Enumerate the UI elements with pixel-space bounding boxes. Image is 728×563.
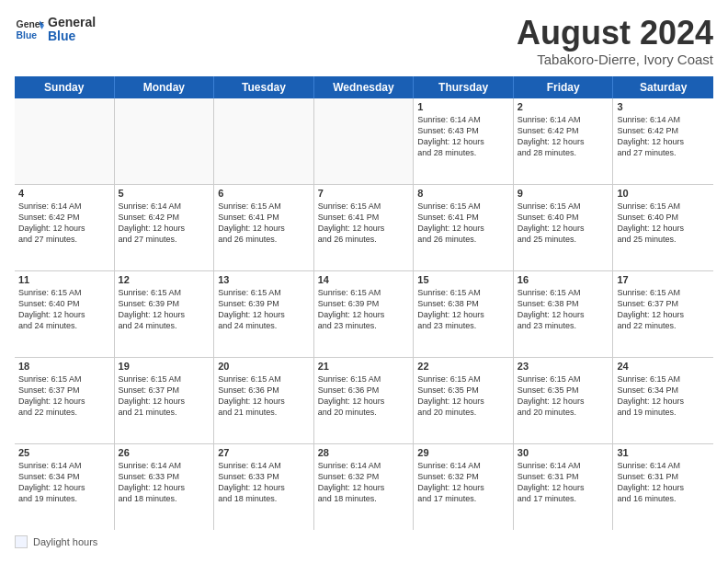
calendar-cell: 9Sunrise: 6:15 AM Sunset: 6:40 PM Daylig… bbox=[514, 185, 614, 270]
calendar-cell: 12Sunrise: 6:15 AM Sunset: 6:39 PM Dayli… bbox=[115, 271, 215, 357]
month-year: August 2024 bbox=[517, 15, 713, 52]
calendar-cell: 11Sunrise: 6:15 AM Sunset: 6:40 PM Dayli… bbox=[15, 271, 115, 357]
logo-general: General bbox=[48, 16, 96, 29]
calendar: Sunday Monday Tuesday Wednesday Thursday… bbox=[15, 76, 713, 530]
day-number: 8 bbox=[417, 188, 509, 199]
calendar-cell: 29Sunrise: 6:14 AM Sunset: 6:32 PM Dayli… bbox=[414, 444, 514, 530]
cell-content: Sunrise: 6:15 AM Sunset: 6:40 PM Dayligh… bbox=[617, 201, 710, 246]
calendar-row-0: 1Sunrise: 6:14 AM Sunset: 6:43 PM Daylig… bbox=[15, 98, 713, 185]
day-number: 28 bbox=[318, 447, 410, 458]
day-number: 11 bbox=[18, 274, 110, 285]
cell-content: Sunrise: 6:15 AM Sunset: 6:39 PM Dayligh… bbox=[119, 287, 210, 332]
cell-content: Sunrise: 6:14 AM Sunset: 6:34 PM Dayligh… bbox=[18, 460, 110, 505]
day-number: 24 bbox=[617, 361, 710, 372]
cell-content: Sunrise: 6:15 AM Sunset: 6:40 PM Dayligh… bbox=[518, 201, 609, 246]
calendar-cell bbox=[214, 98, 314, 184]
calendar-row-1: 4Sunrise: 6:14 AM Sunset: 6:42 PM Daylig… bbox=[15, 185, 713, 271]
calendar-cell: 16Sunrise: 6:15 AM Sunset: 6:38 PM Dayli… bbox=[514, 271, 614, 357]
day-number: 14 bbox=[318, 274, 410, 285]
cell-content: Sunrise: 6:15 AM Sunset: 6:41 PM Dayligh… bbox=[318, 201, 410, 246]
calendar-cell: 24Sunrise: 6:15 AM Sunset: 6:34 PM Dayli… bbox=[613, 358, 713, 443]
calendar-cell: 20Sunrise: 6:15 AM Sunset: 6:36 PM Dayli… bbox=[214, 358, 314, 443]
calendar-row-4: 25Sunrise: 6:14 AM Sunset: 6:34 PM Dayli… bbox=[15, 444, 713, 530]
header-saturday: Saturday bbox=[613, 76, 713, 98]
day-number: 21 bbox=[318, 361, 410, 372]
calendar-cell: 7Sunrise: 6:15 AM Sunset: 6:41 PM Daylig… bbox=[314, 185, 415, 270]
logo-icon: General Blue bbox=[15, 15, 44, 44]
cell-content: Sunrise: 6:15 AM Sunset: 6:36 PM Dayligh… bbox=[218, 373, 310, 419]
cell-content: Sunrise: 6:15 AM Sunset: 6:40 PM Dayligh… bbox=[18, 287, 110, 332]
cell-content: Sunrise: 6:14 AM Sunset: 6:42 PM Dayligh… bbox=[518, 114, 609, 159]
day-number: 29 bbox=[417, 447, 509, 458]
cell-content: Sunrise: 6:15 AM Sunset: 6:38 PM Dayligh… bbox=[518, 287, 609, 332]
cell-content: Sunrise: 6:15 AM Sunset: 6:38 PM Dayligh… bbox=[417, 287, 509, 332]
calendar-row-2: 11Sunrise: 6:15 AM Sunset: 6:40 PM Dayli… bbox=[15, 271, 713, 358]
day-number: 27 bbox=[218, 447, 310, 458]
calendar-cell bbox=[115, 98, 215, 184]
cell-content: Sunrise: 6:15 AM Sunset: 6:39 PM Dayligh… bbox=[218, 287, 310, 332]
cell-content: Sunrise: 6:14 AM Sunset: 6:32 PM Dayligh… bbox=[318, 460, 410, 505]
calendar-body: 1Sunrise: 6:14 AM Sunset: 6:43 PM Daylig… bbox=[15, 98, 713, 530]
calendar-cell: 27Sunrise: 6:14 AM Sunset: 6:33 PM Dayli… bbox=[214, 444, 314, 530]
day-number: 12 bbox=[119, 274, 210, 285]
day-number: 25 bbox=[18, 447, 110, 458]
calendar-cell: 26Sunrise: 6:14 AM Sunset: 6:33 PM Dayli… bbox=[115, 444, 215, 530]
day-number: 15 bbox=[417, 274, 509, 285]
footer: Daylight hours bbox=[15, 535, 713, 548]
calendar-cell: 2Sunrise: 6:14 AM Sunset: 6:42 PM Daylig… bbox=[514, 98, 614, 184]
calendar-cell: 3Sunrise: 6:14 AM Sunset: 6:42 PM Daylig… bbox=[613, 98, 713, 184]
cell-content: Sunrise: 6:15 AM Sunset: 6:37 PM Dayligh… bbox=[119, 373, 210, 419]
day-number: 9 bbox=[518, 188, 609, 199]
calendar-cell: 17Sunrise: 6:15 AM Sunset: 6:37 PM Dayli… bbox=[613, 271, 713, 357]
day-number: 6 bbox=[218, 188, 310, 199]
day-number: 23 bbox=[518, 361, 609, 372]
day-number: 7 bbox=[318, 188, 410, 199]
day-number: 1 bbox=[417, 101, 509, 112]
calendar-cell: 14Sunrise: 6:15 AM Sunset: 6:39 PM Dayli… bbox=[314, 271, 415, 357]
cell-content: Sunrise: 6:15 AM Sunset: 6:35 PM Dayligh… bbox=[417, 373, 509, 419]
cell-content: Sunrise: 6:15 AM Sunset: 6:37 PM Dayligh… bbox=[617, 287, 710, 332]
header-friday: Friday bbox=[514, 76, 614, 98]
header-tuesday: Tuesday bbox=[214, 76, 314, 98]
calendar-cell: 23Sunrise: 6:15 AM Sunset: 6:35 PM Dayli… bbox=[514, 358, 614, 443]
calendar-header: Sunday Monday Tuesday Wednesday Thursday… bbox=[15, 76, 713, 98]
calendar-cell: 1Sunrise: 6:14 AM Sunset: 6:43 PM Daylig… bbox=[414, 98, 514, 184]
cell-content: Sunrise: 6:14 AM Sunset: 6:33 PM Dayligh… bbox=[218, 460, 310, 505]
logo-blue: Blue bbox=[48, 29, 96, 43]
logo: General Blue General Blue bbox=[15, 15, 96, 44]
header-wednesday: Wednesday bbox=[314, 76, 415, 98]
calendar-cell: 13Sunrise: 6:15 AM Sunset: 6:39 PM Dayli… bbox=[214, 271, 314, 357]
day-number: 18 bbox=[18, 361, 110, 372]
cell-content: Sunrise: 6:15 AM Sunset: 6:39 PM Dayligh… bbox=[318, 287, 410, 332]
day-number: 2 bbox=[518, 101, 609, 112]
cell-content: Sunrise: 6:15 AM Sunset: 6:41 PM Dayligh… bbox=[218, 201, 310, 246]
calendar-cell: 5Sunrise: 6:14 AM Sunset: 6:42 PM Daylig… bbox=[115, 185, 215, 270]
header: General Blue General Blue August 2024 Ta… bbox=[15, 15, 713, 67]
day-number: 22 bbox=[417, 361, 509, 372]
calendar-cell bbox=[314, 98, 415, 184]
day-number: 10 bbox=[617, 188, 710, 199]
calendar-cell: 25Sunrise: 6:14 AM Sunset: 6:34 PM Dayli… bbox=[15, 444, 115, 530]
cell-content: Sunrise: 6:14 AM Sunset: 6:42 PM Dayligh… bbox=[119, 201, 210, 246]
page: General Blue General Blue August 2024 Ta… bbox=[0, 0, 728, 563]
day-number: 13 bbox=[218, 274, 310, 285]
footer-label: Daylight hours bbox=[33, 536, 97, 547]
day-number: 31 bbox=[617, 447, 710, 458]
cell-content: Sunrise: 6:15 AM Sunset: 6:37 PM Dayligh… bbox=[18, 373, 110, 419]
calendar-cell: 22Sunrise: 6:15 AM Sunset: 6:35 PM Dayli… bbox=[414, 358, 514, 443]
calendar-cell: 15Sunrise: 6:15 AM Sunset: 6:38 PM Dayli… bbox=[414, 271, 514, 357]
day-number: 20 bbox=[218, 361, 310, 372]
footer-box bbox=[15, 535, 28, 548]
day-number: 16 bbox=[518, 274, 609, 285]
calendar-cell bbox=[15, 98, 115, 184]
calendar-cell: 6Sunrise: 6:15 AM Sunset: 6:41 PM Daylig… bbox=[214, 185, 314, 270]
calendar-cell: 31Sunrise: 6:14 AM Sunset: 6:31 PM Dayli… bbox=[613, 444, 713, 530]
cell-content: Sunrise: 6:14 AM Sunset: 6:31 PM Dayligh… bbox=[617, 460, 710, 505]
cell-content: Sunrise: 6:15 AM Sunset: 6:35 PM Dayligh… bbox=[518, 373, 609, 419]
calendar-cell: 21Sunrise: 6:15 AM Sunset: 6:36 PM Dayli… bbox=[314, 358, 415, 443]
day-number: 26 bbox=[119, 447, 210, 458]
header-sunday: Sunday bbox=[15, 76, 115, 98]
calendar-cell: 30Sunrise: 6:14 AM Sunset: 6:31 PM Dayli… bbox=[514, 444, 614, 530]
cell-content: Sunrise: 6:14 AM Sunset: 6:43 PM Dayligh… bbox=[417, 114, 509, 159]
cell-content: Sunrise: 6:15 AM Sunset: 6:41 PM Dayligh… bbox=[417, 201, 509, 246]
